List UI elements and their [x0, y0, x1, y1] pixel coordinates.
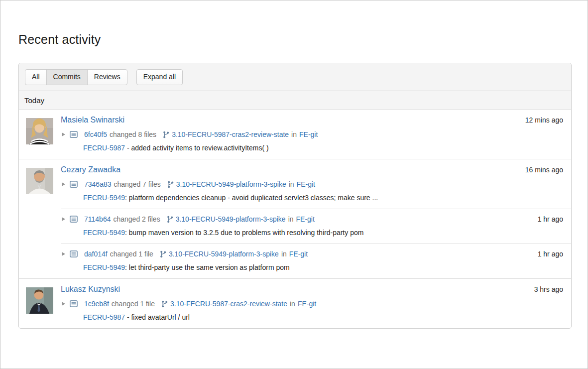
- activity-toolbar: All Commits Reviews Expand all: [19, 63, 571, 91]
- activity-group: Lukasz Kuzynski 3 hrs ago 1c9eb8f change…: [19, 278, 571, 328]
- commit-message: FECRU-5949: let third-party use the same…: [83, 263, 563, 272]
- page: Recent activity All Commits Reviews Expa…: [0, 0, 588, 369]
- author-link[interactable]: Lukasz Kuzynski: [61, 285, 120, 294]
- in-label: in: [288, 215, 294, 223]
- timestamp: 3 hrs ago: [534, 285, 563, 293]
- avatar-column: [19, 110, 61, 159]
- changeset-icon: [70, 131, 78, 138]
- commit-row: 6fc40f5 changed 8 files 3.10-FECRU-5987-…: [61, 130, 571, 138]
- caret-right-icon[interactable]: [62, 217, 65, 221]
- commit-row: daf014f changed 1 file 3.10-FECRU-5949-p…: [61, 250, 571, 258]
- commit-block: 6fc40f5 changed 8 files 3.10-FECRU-5987-…: [61, 130, 571, 152]
- activity-head-row: Lukasz Kuzynski 3 hrs ago: [61, 285, 571, 294]
- changed-files-text: changed 1 file: [112, 300, 155, 308]
- changed-files-text: changed 1 file: [110, 250, 153, 258]
- issue-key-link[interactable]: FECRU-5949: [83, 194, 125, 202]
- filter-button-all[interactable]: All: [25, 69, 47, 85]
- avatar-column: [19, 159, 61, 278]
- commit-block: 7346a83 changed 7 files 3.10-FECRU-5949-…: [61, 180, 571, 202]
- timestamp: 1 hr ago: [538, 215, 563, 223]
- changed-files-text: changed 2 files: [113, 215, 160, 223]
- commit-hash-link[interactable]: 1c9eb8f: [84, 300, 109, 308]
- in-label: in: [291, 130, 297, 138]
- activity-content: Cezary Zawadka 16 mins ago 7346a83 chang…: [61, 159, 571, 278]
- repo-link[interactable]: FE-git: [299, 130, 318, 138]
- branch-link[interactable]: 3.10-FECRU-5949-platform-3-spike: [176, 215, 286, 223]
- commit-block: daf014f changed 1 file 3.10-FECRU-5949-p…: [61, 250, 571, 272]
- in-label: in: [281, 250, 287, 258]
- repo-link[interactable]: FE-git: [297, 180, 315, 188]
- caret-right-icon[interactable]: [62, 182, 65, 186]
- changed-files-text: changed 7 files: [114, 180, 161, 188]
- changed-files-text: changed 8 files: [110, 130, 156, 138]
- author-link[interactable]: Cezary Zawadka: [61, 165, 120, 174]
- changeset-icon: [70, 250, 78, 257]
- branch-link[interactable]: 3.10-FECRU-5949-platform-3-spike: [169, 250, 279, 258]
- branch-icon: [161, 300, 168, 308]
- commit-row: 1c9eb8f changed 1 file 3.10-FECRU-5987-c…: [61, 300, 571, 308]
- commit-row: 7346a83 changed 7 files 3.10-FECRU-5949-…: [61, 180, 571, 188]
- avatar[interactable]: [26, 118, 53, 144]
- avatar-column: [19, 279, 61, 328]
- issue-key-link[interactable]: FECRU-5949: [83, 229, 125, 237]
- activity-head-row: Masiela Swinarski 12 mins ago: [61, 116, 571, 124]
- author-link[interactable]: Masiela Swinarski: [61, 116, 124, 124]
- issue-key-link[interactable]: FECRU-5949: [83, 263, 125, 271]
- divider: [61, 244, 571, 244]
- changeset-icon: [70, 216, 78, 223]
- activity-panel: All Commits Reviews Expand all Today: [18, 63, 572, 329]
- repo-link[interactable]: FE-git: [296, 215, 315, 223]
- timestamp: 16 mins ago: [525, 166, 563, 174]
- commit-message-text: : bump maven version to 3.2.5 due to pro…: [125, 229, 363, 237]
- commit-message: FECRU-5949: platform dependencies cleanu…: [83, 193, 563, 202]
- commit-message-text: : platform dependencies cleanup - avoid …: [125, 194, 378, 202]
- commit-hash-link[interactable]: daf014f: [84, 250, 108, 258]
- branch-link[interactable]: 3.10-FECRU-5949-platform-3-spike: [176, 180, 286, 188]
- activity-group: Cezary Zawadka 16 mins ago 7346a83 chang…: [19, 159, 571, 278]
- activity-content: Lukasz Kuzynski 3 hrs ago 1c9eb8f change…: [61, 279, 571, 328]
- changeset-icon: [70, 300, 78, 307]
- branch-link[interactable]: 3.10-FECRU-5987-cras2-review-state: [172, 130, 289, 138]
- branch-icon: [167, 181, 174, 188]
- commit-message-text: - added activity items to review.activit…: [125, 144, 269, 152]
- activity-content: Masiela Swinarski 12 mins ago 6fc40f5 ch…: [61, 110, 571, 159]
- repo-link[interactable]: FE-git: [298, 300, 316, 308]
- commit-message: FECRU-5987 - added activity items to rev…: [83, 143, 563, 152]
- filter-button-group: All Commits Reviews: [25, 69, 127, 85]
- commit-message-text: - fixed avatarUrl / url: [125, 313, 190, 321]
- issue-key-link[interactable]: FECRU-5987: [83, 313, 125, 321]
- activity-head-row: Cezary Zawadka 16 mins ago: [61, 165, 571, 174]
- branch-icon: [163, 131, 169, 138]
- commit-hash-link[interactable]: 6fc40f5: [84, 130, 107, 138]
- in-label: in: [290, 300, 295, 308]
- filter-button-commits[interactable]: Commits: [46, 69, 88, 85]
- commit-block: 1c9eb8f changed 1 file 3.10-FECRU-5987-c…: [61, 300, 571, 322]
- branch-icon: [167, 216, 173, 223]
- page-title: Recent activity: [18, 32, 101, 47]
- filter-button-reviews[interactable]: Reviews: [87, 69, 127, 85]
- in-label: in: [289, 180, 294, 188]
- caret-right-icon[interactable]: [62, 252, 65, 256]
- repo-link[interactable]: FE-git: [289, 250, 308, 258]
- divider: [61, 209, 571, 209]
- issue-key-link[interactable]: FECRU-5987: [83, 144, 125, 152]
- caret-right-icon[interactable]: [62, 302, 65, 306]
- commit-message: FECRU-5987 - fixed avatarUrl / url: [83, 313, 563, 322]
- activity-group: Masiela Swinarski 12 mins ago 6fc40f5 ch…: [19, 110, 571, 159]
- commit-hash-link[interactable]: 7114b64: [84, 215, 111, 223]
- changeset-icon: [70, 181, 78, 188]
- timestamp: 12 mins ago: [525, 116, 563, 124]
- day-group-header: Today: [19, 91, 571, 110]
- branch-icon: [160, 250, 166, 258]
- commit-hash-link[interactable]: 7346a83: [84, 180, 112, 188]
- commit-message-text: : let third-party use the same version a…: [125, 263, 290, 271]
- branch-link[interactable]: 3.10-FECRU-5987-cras2-review-state: [170, 300, 287, 308]
- avatar[interactable]: [26, 287, 53, 314]
- timestamp: 1 hr ago: [538, 250, 563, 258]
- avatar[interactable]: [26, 168, 53, 194]
- commit-row: 7114b64 changed 2 files 3.10-FECRU-5949-…: [61, 215, 571, 223]
- expand-all-button[interactable]: Expand all: [136, 69, 183, 85]
- commit-message: FECRU-5949: bump maven version to 3.2.5 …: [83, 228, 563, 237]
- commit-block: 7114b64 changed 2 files 3.10-FECRU-5949-…: [61, 215, 571, 237]
- caret-right-icon[interactable]: [62, 132, 65, 136]
